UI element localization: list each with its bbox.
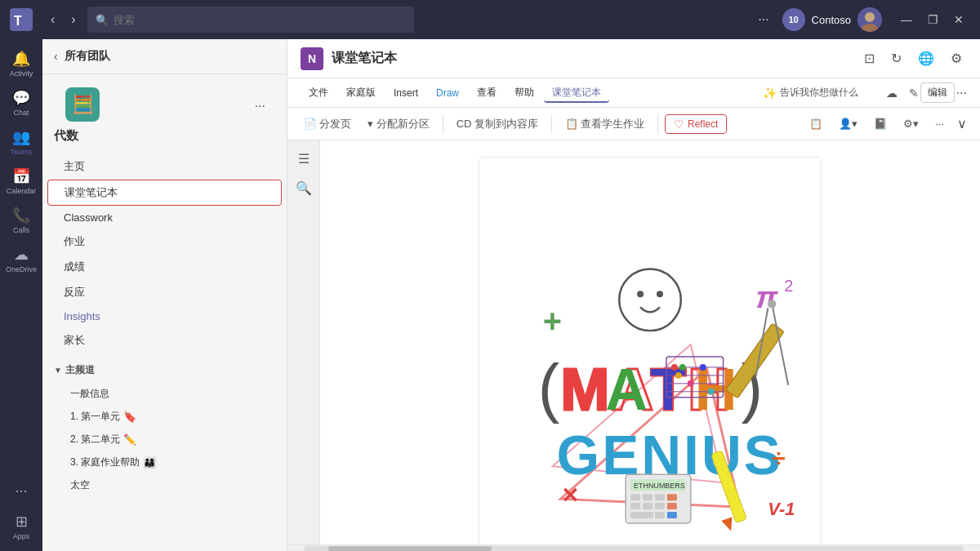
svg-rect-39	[667, 512, 677, 518]
teams-label: Teams	[11, 148, 33, 156]
team-icon: 🧮	[65, 87, 100, 122]
edit-button[interactable]: 编辑	[920, 82, 955, 103]
settings-dropdown-button[interactable]: ⚙▾	[897, 114, 925, 133]
channel-classwork[interactable]: Classwork	[47, 207, 282, 229]
web-button[interactable]: 🌐	[913, 47, 939, 69]
channel-insights[interactable]: Insights	[47, 305, 282, 327]
search-input[interactable]	[114, 14, 406, 26]
menu-insert[interactable]: Insert	[385, 84, 426, 102]
cloud-btn[interactable]: ☁	[881, 83, 902, 103]
distribute-pages-button[interactable]: 📄 分发页	[297, 113, 358, 135]
settings-header-button[interactable]: ⚙	[946, 47, 967, 69]
expand-toolbar-button[interactable]: ∨	[954, 113, 970, 135]
channel-homework[interactable]: 作业	[47, 229, 282, 254]
menu-view[interactable]: 查看	[469, 82, 505, 103]
menu-more-button[interactable]: ···	[956, 86, 967, 100]
all-teams-label: 所有团队	[65, 49, 110, 64]
pop-out-button[interactable]: ⊡	[859, 47, 880, 69]
svg-text:÷: ÷	[772, 444, 785, 471]
sub-channel-unit1[interactable]: 1. 第一单元 🔖	[47, 406, 282, 428]
toolbar-more-button[interactable]: ···	[929, 114, 951, 133]
sidebar-item-apps[interactable]: ⊞ Apps	[3, 509, 39, 544]
page-content: + π 2 MATH M	[320, 140, 980, 544]
channel-home[interactable]: 主页	[47, 154, 282, 179]
review-work-button[interactable]: 📋 查看学生作业	[559, 113, 651, 135]
notebook-body: ☰ 🔍 + π	[287, 140, 980, 544]
unit1-emoji: 🔖	[123, 411, 136, 423]
channel-reactions[interactable]: 反应	[47, 280, 282, 304]
nav-forward-button[interactable]: ›	[66, 9, 80, 30]
calendar-icon: 📅	[12, 167, 30, 185]
restore-button[interactable]: ❐	[921, 8, 944, 31]
svg-text:✕: ✕	[561, 484, 579, 507]
unit1-label: 1. 第一单元	[70, 410, 120, 424]
nav-back-button[interactable]: ‹	[46, 9, 60, 30]
notebook-icon: N	[301, 47, 323, 70]
main-section-header[interactable]: ▼ 主频道	[42, 357, 287, 379]
main-area: 🔔 Activity 💬 Chat 👥 Teams 📅 Calendar 📞 C…	[0, 39, 980, 551]
refresh-button[interactable]: ↻	[886, 47, 906, 69]
minimize-button[interactable]: —	[895, 8, 918, 31]
section-label: 主频道	[65, 363, 95, 377]
sub-channel-space[interactable]: 太空	[47, 474, 282, 496]
menu-draw[interactable]: Draw	[428, 84, 467, 102]
svg-rect-31	[655, 494, 665, 500]
sidebar-item-more[interactable]: ···	[3, 473, 39, 509]
back-to-teams-button[interactable]: ‹	[54, 50, 58, 63]
ai-hint-button[interactable]: ✨ 告诉我你想做什么	[756, 82, 865, 103]
distribute-section-button[interactable]: ▾ 分配新分区	[361, 113, 436, 135]
menu-help[interactable]: 帮助	[506, 82, 542, 103]
svg-rect-32	[667, 494, 677, 500]
svg-text:(: (	[538, 351, 560, 424]
notebook-left-icons: ☰ 🔍	[287, 140, 320, 544]
svg-rect-35	[655, 503, 665, 509]
topbar-more-button[interactable]: ···	[751, 9, 775, 30]
icon-sidebar: 🔔 Activity 💬 Chat 👥 Teams 📅 Calendar 📞 C…	[0, 39, 42, 551]
space-label: 太空	[70, 478, 90, 492]
activity-label: Activity	[10, 69, 33, 78]
reflect-button[interactable]: ♡ Reflect	[665, 114, 727, 134]
sub-channel-general[interactable]: 一般信息	[47, 383, 282, 405]
pages-icon[interactable]: ☰	[292, 147, 315, 170]
channel-grades[interactable]: 成绩	[47, 255, 282, 279]
svg-point-3	[865, 12, 875, 22]
channel-notebook[interactable]: 课堂笔记本	[47, 180, 282, 206]
sidebar-item-onedrive[interactable]: ☁ OneDrive	[3, 242, 39, 278]
sidebar-item-chat[interactable]: 💬 Chat	[3, 85, 39, 121]
channel-parents[interactable]: 家长	[47, 328, 282, 353]
user-avatar[interactable]	[858, 7, 882, 32]
horizontal-scrollbar[interactable]	[287, 544, 980, 551]
sidebar-item-teams[interactable]: 👥 Teams	[3, 124, 39, 160]
notebook-icon-button[interactable]: 📓	[867, 114, 893, 133]
calls-icon: 📞	[12, 207, 30, 224]
svg-point-12	[637, 291, 644, 297]
menu-file[interactable]: 文件	[301, 82, 336, 103]
menu-home[interactable]: 家庭版	[338, 82, 384, 103]
math-illustration: + π 2 MATH M	[479, 157, 822, 544]
team-more-button[interactable]: ···	[252, 96, 269, 117]
svg-rect-37	[630, 512, 653, 518]
calendar-label: Calendar	[7, 187, 37, 195]
copy-to-button[interactable]: CD 复制到内容库	[450, 113, 545, 135]
search-icon: 🔍	[96, 14, 109, 26]
person-dropdown-button[interactable]: 👤▾	[832, 114, 864, 133]
svg-text:V-1: V-1	[768, 499, 795, 519]
sub-channel-unit3[interactable]: 3. 家庭作业帮助 👨‍👩‍👦	[47, 451, 282, 473]
close-button[interactable]: ✕	[947, 8, 970, 31]
org-name: Contoso	[812, 14, 851, 26]
svg-point-52	[708, 389, 715, 395]
more-icon: ···	[15, 482, 27, 500]
notification-badge[interactable]: 10	[782, 8, 805, 31]
sidebar-item-calendar[interactable]: 📅 Calendar	[3, 163, 39, 199]
activity-icon: 🔔	[12, 50, 30, 68]
onedrive-icon: ☁	[14, 246, 29, 264]
teams-icon: 👥	[12, 128, 30, 146]
notebook-header: N 课堂笔记本 ⊡ ↻ 🌐 ⚙	[287, 39, 980, 78]
menu-notebook-tab[interactable]: 课堂笔记本	[544, 82, 609, 103]
search-nb-icon[interactable]: 🔍	[292, 176, 315, 199]
sidebar-item-calls[interactable]: 📞 Calls	[3, 202, 39, 238]
sidebar-item-activity[interactable]: 🔔 Activity	[3, 46, 39, 82]
sub-channel-unit2[interactable]: 2. 第二单元 ✏️	[47, 429, 282, 451]
copy-icon-button[interactable]: 📋	[803, 114, 829, 133]
team-sidebar-header: ‹ 所有团队	[42, 39, 287, 74]
